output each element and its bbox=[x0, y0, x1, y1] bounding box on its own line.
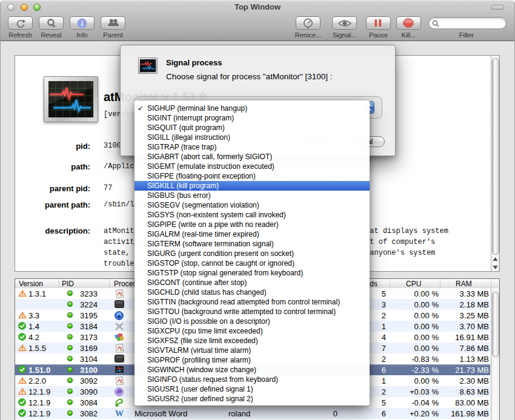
svg-text:W: W bbox=[115, 409, 124, 418]
